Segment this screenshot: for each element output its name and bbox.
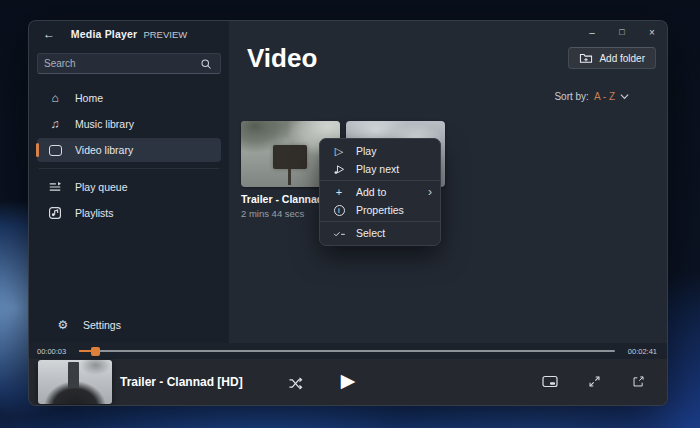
pop-out-button[interactable] — [629, 372, 647, 390]
maximize-button[interactable]: □ — [607, 21, 637, 43]
mini-player-icon — [542, 375, 558, 388]
back-icon: ← — [43, 27, 55, 41]
music-note-icon: ♫ — [47, 116, 63, 132]
menu-item-label: Play — [356, 145, 432, 157]
page-title: Video — [247, 43, 317, 74]
sidebar: ← Media Player PREVIEW ⌂ Home — [29, 21, 229, 343]
close-button[interactable]: × — [637, 21, 667, 43]
add-folder-button[interactable]: Add folder — [568, 47, 656, 69]
sort-value: A - Z — [594, 91, 615, 102]
menu-item-select[interactable]: Select — [320, 224, 440, 242]
sidebar-item-label: Settings — [83, 319, 121, 331]
seek-row: 00:00:03 00:02:41 — [29, 343, 667, 359]
menu-item-label: Play next — [356, 163, 432, 175]
sidebar-item-label: Playlists — [75, 207, 114, 219]
video-library-icon — [47, 142, 63, 158]
sidebar-item-label: Music library — [75, 118, 134, 130]
play-queue-icon — [47, 179, 63, 195]
close-icon: × — [649, 27, 655, 38]
fullscreen-button[interactable] — [585, 372, 603, 390]
play-button[interactable]: ▶ — [337, 369, 359, 391]
search-input[interactable] — [44, 58, 198, 69]
seek-thumb[interactable] — [91, 347, 100, 356]
window-controls: – □ × — [577, 21, 667, 43]
info-icon: i — [332, 203, 346, 217]
menu-item-label: Properties — [356, 204, 432, 216]
pop-out-icon — [632, 375, 645, 388]
sort-label: Sort by: — [554, 91, 588, 102]
submenu-chevron-right-icon: › — [428, 187, 432, 197]
app-title: Media Player — [71, 28, 138, 40]
main-content: – □ × Video Add folder — [229, 21, 667, 343]
minimize-button[interactable]: – — [577, 21, 607, 43]
home-icon: ⌂ — [47, 90, 63, 106]
minimize-icon: – — [589, 27, 595, 38]
search-icon[interactable] — [198, 56, 214, 72]
menu-item-label: Add to — [356, 186, 418, 198]
maximize-icon: □ — [619, 27, 624, 37]
search-box[interactable] — [37, 53, 221, 74]
shuffle-button[interactable] — [284, 372, 306, 394]
player-bar: Trailer - Clannad [HD] ▶ — [29, 359, 667, 405]
sidebar-divider — [39, 168, 219, 169]
mini-player-button[interactable] — [541, 372, 559, 390]
play-icon: ▶ — [341, 369, 356, 392]
menu-item-play[interactable]: ▷ Play — [320, 142, 440, 160]
menu-separator — [320, 180, 440, 181]
back-button[interactable]: ← — [37, 24, 61, 44]
sidebar-item-label: Video library — [75, 144, 133, 156]
plus-icon: + — [332, 185, 346, 199]
context-menu: ▷ Play Play next + Add to › — [319, 138, 441, 246]
sidebar-item-music-library[interactable]: ♫ Music library — [37, 112, 221, 136]
menu-item-add-to[interactable]: + Add to › — [320, 183, 440, 201]
menu-item-properties[interactable]: i Properties — [320, 201, 440, 219]
chevron-down-icon — [620, 93, 629, 100]
add-folder-label: Add folder — [599, 53, 645, 64]
sidebar-item-home[interactable]: ⌂ Home — [37, 86, 221, 110]
shuffle-icon — [288, 377, 303, 390]
sidebar-item-play-queue[interactable]: Play queue — [37, 175, 221, 199]
sort-control[interactable]: Sort by: A - Z — [554, 91, 629, 102]
fullscreen-icon — [588, 375, 601, 388]
sidebar-item-label: Play queue — [75, 181, 128, 193]
thumbnail-art-detail — [273, 145, 307, 169]
play-outline-icon: ▷ — [332, 144, 346, 158]
sidebar-item-video-library[interactable]: Video library — [37, 138, 221, 162]
sidebar-item-label: Home — [75, 92, 103, 104]
now-playing-title: Trailer - Clannad [HD] — [120, 375, 243, 389]
menu-item-label: Select — [356, 227, 432, 239]
sidebar-item-settings[interactable]: ⚙ Settings — [45, 313, 213, 337]
add-folder-icon — [579, 52, 593, 64]
now-playing-thumbnail[interactable] — [38, 360, 112, 404]
seek-bar[interactable] — [79, 350, 615, 352]
player-right-controls — [541, 372, 647, 390]
media-player-window: ← Media Player PREVIEW ⌂ Home — [28, 20, 668, 406]
app-preview-badge: PREVIEW — [143, 29, 187, 40]
playlists-icon — [47, 205, 63, 221]
sidebar-nav: ⌂ Home ♫ Music library Video library — [29, 84, 229, 227]
menu-item-play-next[interactable]: Play next — [320, 160, 440, 178]
menu-separator — [320, 221, 440, 222]
elapsed-time: 00:00:03 — [37, 347, 71, 356]
total-time: 00:02:41 — [623, 347, 657, 356]
gear-icon: ⚙ — [55, 317, 71, 333]
title-bar: ← Media Player PREVIEW — [29, 21, 229, 47]
sidebar-item-playlists[interactable]: Playlists — [37, 201, 221, 225]
multi-select-icon — [332, 226, 346, 240]
play-next-icon — [332, 162, 346, 176]
